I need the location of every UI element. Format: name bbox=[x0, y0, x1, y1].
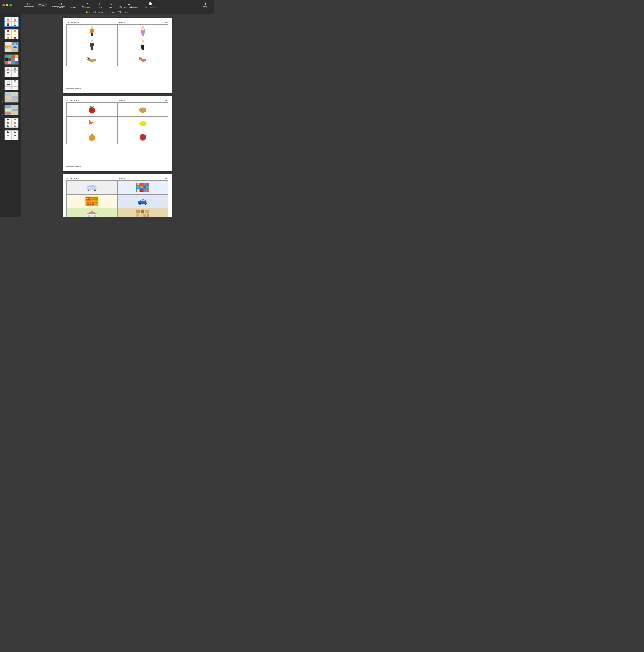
svg-point-151 bbox=[88, 135, 95, 141]
grid-cell-2-3[interactable] bbox=[66, 116, 117, 130]
svg-rect-109 bbox=[92, 47, 93, 50]
grid-cell-2-1[interactable] bbox=[66, 103, 117, 116]
svg-point-90 bbox=[14, 135, 15, 135]
svg-point-28 bbox=[15, 36, 15, 37]
svg-rect-214 bbox=[136, 211, 140, 214]
insert-button[interactable]: ⬡ Insérer bbox=[56, 2, 65, 9]
slide-thumb-3: LEGO bbox=[4, 42, 19, 52]
sidebar-item-7[interactable]: 7 bbox=[0, 91, 21, 104]
svg-rect-54 bbox=[14, 67, 16, 70]
svg-point-74 bbox=[14, 119, 15, 120]
svg-marker-56 bbox=[7, 72, 9, 73]
svg-rect-176 bbox=[146, 183, 149, 185]
grid-cell-3-2[interactable] bbox=[117, 181, 168, 194]
sidebar-item-6[interactable]: 6 bbox=[0, 79, 21, 91]
table-button[interactable]: ⊞ Tableau bbox=[68, 2, 78, 9]
shape-icon: △ bbox=[110, 2, 112, 5]
svg-rect-22 bbox=[7, 34, 9, 35]
svg-rect-95 bbox=[90, 33, 92, 36]
grid-cell-2-2[interactable] bbox=[117, 103, 168, 116]
slide-thumb-6 bbox=[4, 80, 19, 90]
svg-point-113 bbox=[142, 40, 144, 42]
grid-cell-3-1[interactable] bbox=[66, 181, 117, 194]
svg-rect-165 bbox=[92, 188, 93, 189]
grid-cell-1-4[interactable] bbox=[117, 38, 168, 52]
grid-cell-1-3[interactable] bbox=[66, 38, 117, 52]
grid-cell-1-5[interactable] bbox=[66, 52, 117, 66]
grid-cell-3-4[interactable] bbox=[117, 194, 168, 208]
svg-rect-161 bbox=[91, 185, 93, 187]
svg-point-136 bbox=[141, 58, 141, 59]
svg-point-99 bbox=[141, 26, 144, 29]
svg-rect-217 bbox=[136, 214, 139, 217]
media-button[interactable]: 🖼 Données multimédias bbox=[118, 2, 140, 9]
grid-cell-3-6[interactable] bbox=[117, 208, 168, 217]
presentation-button[interactable]: Présentation bbox=[22, 1, 35, 9]
svg-rect-221 bbox=[136, 217, 150, 218]
svg-rect-9 bbox=[7, 25, 8, 26]
zoom-control[interactable]: 75 % ▾ bbox=[37, 3, 47, 7]
filename-bar: Imagerie Mes petits devoirs - CE1.pages bbox=[0, 10, 214, 14]
svg-rect-194 bbox=[87, 204, 89, 205]
svg-point-91 bbox=[90, 26, 93, 29]
svg-rect-181 bbox=[137, 189, 139, 192]
sidebar-item-9[interactable]: 9 bbox=[0, 117, 21, 129]
sidebar-item-2[interactable]: 2 bbox=[0, 28, 21, 40]
sidebar-item-3[interactable]: 3 LEGO bbox=[0, 41, 21, 53]
grid-cell-3-3[interactable]: LEGO bbox=[66, 194, 117, 208]
slide-thumb-9 bbox=[4, 117, 19, 128]
sidebar-item-1[interactable]: 1 bbox=[0, 16, 21, 28]
svg-rect-37 bbox=[16, 44, 16, 45]
grid-cell-1-1[interactable] bbox=[66, 24, 117, 38]
comment-button[interactable]: 💬 Commentaire bbox=[143, 2, 157, 9]
svg-rect-51 bbox=[15, 50, 16, 52]
maximize-button[interactable] bbox=[9, 4, 12, 6]
page-2-grid bbox=[66, 102, 168, 144]
svg-point-82 bbox=[14, 126, 15, 126]
minimize-button[interactable] bbox=[6, 4, 8, 6]
svg-point-145 bbox=[143, 111, 144, 111]
svg-rect-10 bbox=[8, 25, 9, 26]
grid-cell-2-4[interactable] bbox=[117, 116, 168, 130]
svg-rect-209 bbox=[94, 215, 96, 217]
close-button[interactable] bbox=[2, 4, 5, 6]
svg-rect-216 bbox=[145, 211, 149, 214]
page-2-footer: La Dame des Gribouillis bbox=[66, 165, 168, 167]
grid-cell-1-6[interactable] bbox=[117, 52, 168, 66]
grid-cell-2-5[interactable] bbox=[66, 130, 117, 144]
slide-thumb-1 bbox=[4, 17, 19, 27]
svg-rect-42 bbox=[14, 46, 16, 47]
canvas-area[interactable]: Mes petits devoirs Anglais CE1 bbox=[21, 14, 214, 217]
svg-rect-121 bbox=[143, 50, 144, 51]
svg-point-143 bbox=[139, 107, 146, 113]
svg-rect-179 bbox=[144, 186, 146, 188]
svg-rect-187 bbox=[91, 197, 98, 200]
chart-button[interactable]: ◔ Graphique bbox=[81, 2, 93, 9]
share-button[interactable]: ⬆ Partager bbox=[200, 1, 211, 9]
svg-rect-218 bbox=[140, 214, 142, 217]
sidebar-item-5[interactable]: 5 bbox=[0, 66, 21, 79]
sidebar-item-4[interactable]: 4 bbox=[0, 54, 21, 66]
svg-rect-196 bbox=[92, 204, 94, 205]
shape-button[interactable]: △ Figure bbox=[107, 2, 115, 9]
sidebar-item-10[interactable] bbox=[0, 129, 21, 141]
text-button[interactable]: T Texte bbox=[96, 2, 103, 9]
svg-rect-198 bbox=[140, 200, 143, 201]
svg-rect-102 bbox=[142, 33, 143, 36]
svg-rect-219 bbox=[143, 214, 146, 217]
slide-thumb-4 bbox=[4, 54, 19, 65]
svg-point-201 bbox=[139, 203, 140, 204]
grid-cell-3-5[interactable] bbox=[66, 208, 117, 217]
svg-rect-96 bbox=[92, 33, 93, 36]
svg-rect-184 bbox=[146, 189, 149, 192]
toolbar-center: ⬡ Insérer ⊞ Tableau ◔ Graphique T Texte … bbox=[56, 0, 157, 10]
svg-point-76 bbox=[7, 122, 8, 123]
grid-cell-2-6[interactable] bbox=[117, 130, 168, 144]
svg-point-71 bbox=[7, 119, 8, 119]
svg-rect-182 bbox=[140, 189, 143, 192]
svg-point-84 bbox=[7, 131, 8, 132]
svg-rect-39 bbox=[7, 47, 8, 47]
grid-cell-1-2[interactable] bbox=[117, 24, 168, 38]
svg-rect-175 bbox=[144, 183, 146, 185]
sidebar-item-8[interactable]: 8 bbox=[0, 104, 21, 116]
